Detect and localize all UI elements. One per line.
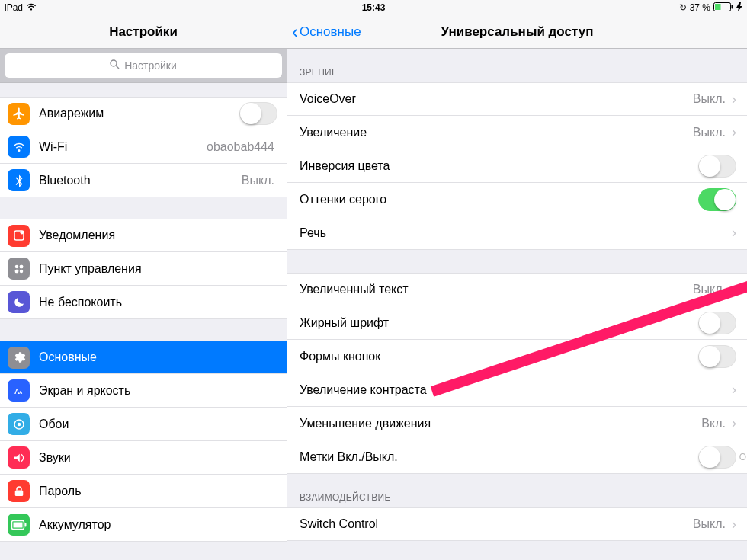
svg-rect-1 bbox=[715, 4, 721, 10]
row-value: Вкл. bbox=[701, 417, 726, 430]
sidebar-item-dnd[interactable]: Не беспокоить bbox=[0, 286, 287, 319]
row-voiceover[interactable]: VoiceOverВыкл.› bbox=[287, 82, 747, 116]
chevron-right-icon: › bbox=[732, 415, 736, 431]
status-bar: iPad 15:43 ↻ 37 % bbox=[0, 0, 747, 15]
sidebar-item-label: Авиарежим bbox=[39, 107, 239, 120]
sidebar-item-label: Аккумулятор bbox=[39, 518, 277, 532]
notifications-icon bbox=[8, 225, 30, 247]
sidebar-item-passcode[interactable]: Пароль bbox=[0, 475, 287, 508]
row-label: Оттенки серого bbox=[300, 193, 698, 206]
section-header: ВЗАИМОДЕЙСТВИЕ bbox=[287, 474, 747, 507]
row-label: Увеличение bbox=[300, 126, 693, 139]
row-larger-text[interactable]: Увеличенный текстВыкл.› bbox=[287, 273, 747, 306]
row-label: Жирный шрифт bbox=[300, 316, 698, 330]
battery-icon bbox=[713, 2, 733, 14]
bluetooth-icon bbox=[8, 169, 30, 191]
svg-line-4 bbox=[116, 66, 119, 69]
sidebar-item-wallpaper[interactable]: Обои bbox=[0, 408, 287, 441]
svg-point-14 bbox=[17, 422, 21, 426]
row-increase-contrast[interactable]: Увеличение контраста› bbox=[287, 373, 747, 407]
row-label: Речь bbox=[300, 226, 732, 240]
grayscale-toggle[interactable] bbox=[698, 188, 736, 211]
row-speech[interactable]: Речь› bbox=[287, 216, 747, 250]
detail-pane: ‹ Основные Универсальный доступ ЗРЕНИЕVo… bbox=[287, 15, 747, 560]
chevron-right-icon: › bbox=[732, 517, 736, 533]
sidebar-item-label: Обои bbox=[39, 418, 277, 431]
passcode-icon bbox=[8, 480, 30, 502]
sidebar-item-label: Экран и яркость bbox=[39, 384, 277, 398]
detail-header: ‹ Основные Универсальный доступ bbox=[287, 15, 747, 49]
search-input[interactable]: Настройки bbox=[5, 53, 282, 78]
sidebar: Настройки Настройки АвиарежимWi-Fiobaoba… bbox=[0, 15, 287, 560]
row-value: Выкл. bbox=[693, 126, 726, 139]
sidebar-item-label: Wi-Fi bbox=[39, 140, 207, 154]
on-off-labels-toggle[interactable] bbox=[698, 446, 736, 469]
chevron-right-icon: › bbox=[732, 225, 736, 241]
display-icon: AA bbox=[8, 379, 30, 402]
chevron-left-icon: ‹ bbox=[292, 23, 298, 41]
bold-text-toggle[interactable] bbox=[698, 312, 736, 334]
wallpaper-icon bbox=[8, 413, 30, 435]
back-label: Основные bbox=[300, 24, 361, 40]
svg-rect-18 bbox=[13, 522, 22, 527]
sync-icon: ↻ bbox=[679, 2, 687, 13]
airplane-toggle[interactable] bbox=[239, 102, 277, 125]
sidebar-item-control-center[interactable]: Пункт управления bbox=[0, 252, 287, 286]
back-button[interactable]: ‹ Основные bbox=[292, 15, 361, 49]
sidebar-item-general[interactable]: Основные bbox=[0, 341, 287, 374]
row-label: Уменьшение движения bbox=[300, 417, 701, 430]
row-invert-colors[interactable]: Инверсия цвета bbox=[287, 149, 747, 183]
svg-point-6 bbox=[20, 231, 24, 235]
sidebar-item-display[interactable]: AAЭкран и яркость bbox=[0, 374, 287, 408]
sidebar-item-sounds[interactable]: Звуки bbox=[0, 441, 287, 475]
row-switch-control[interactable]: Switch ControlВыкл.› bbox=[287, 507, 747, 541]
row-value: Выкл. bbox=[693, 92, 726, 106]
row-label: Формы кнопок bbox=[300, 350, 698, 363]
button-shapes-toggle[interactable] bbox=[698, 345, 736, 368]
row-button-shapes[interactable]: Формы кнопок bbox=[287, 340, 747, 373]
sidebar-item-label: Пункт управления bbox=[39, 262, 277, 276]
sidebar-item-value: Выкл. bbox=[242, 174, 274, 187]
moon-icon bbox=[8, 291, 30, 313]
row-grayscale[interactable]: Оттенки серого bbox=[287, 183, 747, 216]
svg-text:A: A bbox=[19, 389, 23, 394]
section-header: ЗРЕНИЕ bbox=[287, 49, 747, 82]
chevron-right-icon: › bbox=[732, 282, 736, 298]
battery-percent: 37 % bbox=[690, 2, 710, 13]
row-label: Увеличение контраста bbox=[300, 383, 732, 397]
sidebar-item-bluetooth[interactable]: BluetoothВыкл. bbox=[0, 164, 287, 197]
charging-icon bbox=[736, 2, 742, 14]
sidebar-item-label: Уведомления bbox=[39, 229, 277, 242]
sidebar-item-label: Основные bbox=[39, 350, 277, 364]
svg-rect-2 bbox=[732, 5, 733, 8]
svg-rect-9 bbox=[14, 269, 18, 273]
row-label: Метки Вкл./Выкл. bbox=[300, 450, 698, 464]
sidebar-item-airplane[interactable]: Авиарежим bbox=[0, 97, 287, 130]
sidebar-item-wifi[interactable]: Wi-Fiobaobab444 bbox=[0, 130, 287, 164]
invert-colors-toggle[interactable] bbox=[698, 155, 736, 178]
device-label: iPad bbox=[5, 2, 23, 13]
sidebar-item-label: Bluetooth bbox=[39, 174, 242, 187]
sidebar-item-label: Пароль bbox=[39, 485, 277, 498]
search-placeholder: Настройки bbox=[124, 59, 177, 72]
row-value: Выкл. bbox=[693, 283, 726, 296]
sidebar-item-notifications[interactable]: Уведомления bbox=[0, 219, 287, 252]
wifi-status-icon bbox=[26, 2, 37, 13]
row-on-off-labels[interactable]: Метки Вкл./Выкл. bbox=[287, 440, 747, 474]
sidebar-item-value: obaobab444 bbox=[207, 140, 274, 154]
row-zoom[interactable]: УвеличениеВыкл.› bbox=[287, 116, 747, 149]
svg-point-3 bbox=[111, 60, 117, 66]
sidebar-header: Настройки bbox=[0, 15, 287, 49]
row-bold-text[interactable]: Жирный шрифт bbox=[287, 306, 747, 340]
row-reduce-motion[interactable]: Уменьшение движенияВкл.› bbox=[287, 407, 747, 440]
airplane-icon bbox=[8, 103, 30, 125]
detail-title: Универсальный доступ bbox=[441, 24, 594, 40]
chevron-right-icon: › bbox=[732, 382, 736, 398]
row-label: Switch Control bbox=[300, 517, 693, 531]
clock: 15:43 bbox=[362, 2, 386, 13]
sidebar-item-label: Звуки bbox=[39, 451, 277, 465]
gear-icon bbox=[8, 347, 30, 369]
row-label: VoiceOver bbox=[300, 92, 693, 106]
sidebar-item-battery[interactable]: Аккумулятор bbox=[0, 508, 287, 542]
control-center-icon bbox=[8, 258, 30, 280]
